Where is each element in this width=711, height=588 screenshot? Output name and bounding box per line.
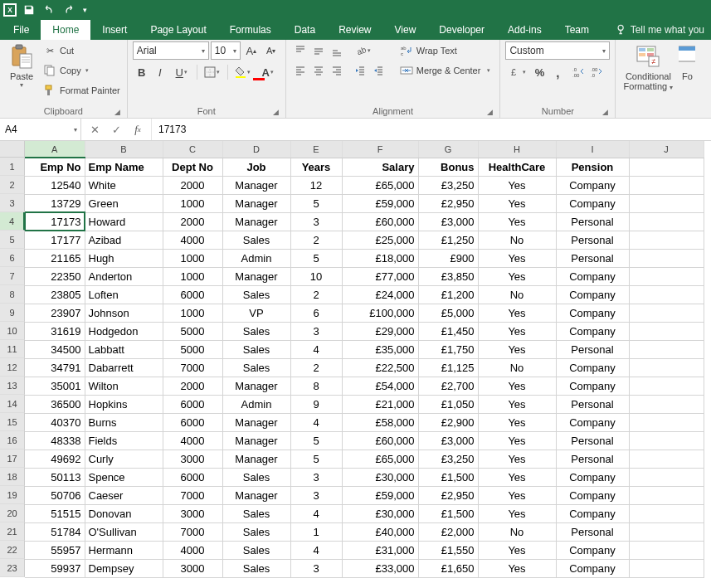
row-header[interactable]: 22 [0, 541, 25, 559]
cell[interactable]: 12 [290, 176, 342, 194]
cell[interactable]: Yes [478, 450, 556, 468]
cell[interactable]: 1 [290, 522, 342, 541]
cell[interactable] [629, 450, 704, 468]
cell[interactable]: 2000 [163, 377, 222, 395]
cell[interactable]: 4000 [163, 541, 222, 559]
cell[interactable]: Yes [478, 559, 556, 577]
cell[interactable]: Anderton [85, 267, 163, 285]
cell[interactable] [629, 176, 704, 194]
cell[interactable]: 3 [290, 468, 342, 486]
cell[interactable]: Company [556, 413, 629, 431]
cell[interactable]: £18,000 [342, 249, 418, 267]
cell[interactable]: 2000 [163, 212, 222, 231]
row-header[interactable]: 23 [0, 559, 25, 577]
cell[interactable]: 1000 [163, 304, 222, 322]
cell[interactable]: £3,850 [418, 267, 478, 285]
cell[interactable]: Company [556, 176, 629, 194]
cell[interactable] [629, 522, 704, 541]
cell[interactable]: No [478, 285, 556, 304]
formula-input[interactable]: 17173 [152, 119, 711, 140]
cell[interactable]: 6 [290, 304, 342, 322]
cell[interactable]: 2 [290, 358, 342, 377]
cell[interactable]: £5,000 [418, 304, 478, 322]
tab-data[interactable]: Data [283, 20, 327, 40]
cell[interactable]: 6000 [163, 395, 222, 413]
align-center-button[interactable] [309, 61, 328, 80]
cell[interactable]: Personal [556, 450, 629, 468]
row-header[interactable]: 11 [0, 340, 25, 358]
cell[interactable]: £1,500 [418, 468, 478, 486]
cell[interactable]: 49692 [25, 450, 85, 468]
cell[interactable]: 3 [290, 322, 342, 340]
cell[interactable]: 3 [290, 559, 342, 577]
column-header[interactable]: I [556, 141, 629, 158]
column-header[interactable]: F [342, 141, 418, 158]
column-header[interactable]: D [222, 141, 290, 158]
tab-page-layout[interactable]: Page Layout [139, 20, 217, 40]
cell[interactable]: 4 [290, 413, 342, 431]
cell[interactable]: 9 [290, 395, 342, 413]
cell[interactable]: Manager [222, 486, 290, 504]
name-box[interactable]: A4 ▾ [0, 119, 81, 140]
paste-button[interactable]: Paste ▾ [5, 41, 38, 90]
format-as-table-button[interactable]: Fo [679, 41, 695, 83]
align-left-button[interactable] [291, 61, 309, 80]
cell[interactable]: Hugh [85, 249, 163, 267]
cell[interactable]: Yes [478, 468, 556, 486]
cell[interactable]: Labbatt [85, 340, 163, 358]
cell[interactable]: £22,500 [342, 358, 418, 377]
row-header[interactable]: 21 [0, 522, 25, 541]
cell[interactable]: Yes [478, 176, 556, 194]
align-top-button[interactable] [291, 41, 309, 60]
redo-icon[interactable] [63, 4, 75, 16]
cell[interactable]: Pension [556, 158, 629, 176]
cell[interactable]: £59,000 [342, 194, 418, 212]
cell[interactable]: £1,450 [418, 322, 478, 340]
tab-view[interactable]: View [383, 20, 428, 40]
cell[interactable]: 8 [290, 377, 342, 395]
cell[interactable]: Manager [222, 377, 290, 395]
format-painter-button[interactable]: Format Painter [41, 81, 122, 100]
cell[interactable]: £2,000 [418, 522, 478, 541]
cell[interactable]: Caeser [85, 486, 163, 504]
tab-file[interactable]: File [2, 20, 41, 40]
cell[interactable]: 4000 [163, 231, 222, 249]
cell[interactable]: 50113 [25, 468, 85, 486]
cell[interactable]: £40,000 [342, 522, 418, 541]
cell[interactable]: £2,950 [418, 486, 478, 504]
column-header[interactable]: H [478, 141, 556, 158]
cell[interactable]: No [478, 231, 556, 249]
cell[interactable]: 2 [290, 231, 342, 249]
row-header[interactable]: 15 [0, 413, 25, 431]
cell[interactable] [629, 486, 704, 504]
cell[interactable]: 1000 [163, 249, 222, 267]
cell[interactable]: 3000 [163, 559, 222, 577]
cell[interactable]: 7000 [163, 358, 222, 377]
cell[interactable]: 10 [290, 267, 342, 285]
tab-addins[interactable]: Add-ins [496, 20, 553, 40]
cell[interactable]: Manager [222, 413, 290, 431]
cell[interactable]: Sales [222, 468, 290, 486]
insert-function-button[interactable]: fx [128, 120, 148, 138]
font-color-button[interactable]: A▾ [256, 63, 280, 81]
cell[interactable]: £35,000 [342, 340, 418, 358]
cell[interactable]: Yes [478, 413, 556, 431]
row-header[interactable]: 5 [0, 231, 25, 249]
row-header[interactable]: 4 [0, 212, 25, 231]
row-header[interactable]: 17 [0, 450, 25, 468]
cell[interactable] [629, 285, 704, 304]
cell[interactable] [629, 468, 704, 486]
cell[interactable]: Company [556, 486, 629, 504]
cell[interactable]: £900 [418, 249, 478, 267]
cell[interactable]: Yes [478, 304, 556, 322]
cell[interactable]: £30,000 [342, 468, 418, 486]
cell[interactable]: 34500 [25, 340, 85, 358]
cell[interactable]: Company [556, 304, 629, 322]
cell[interactable]: Years [290, 158, 342, 176]
cell[interactable]: 3000 [163, 504, 222, 522]
cell[interactable]: No [478, 358, 556, 377]
dialog-launcher-icon[interactable]: ◢ [602, 108, 608, 116]
cell[interactable]: Personal [556, 431, 629, 450]
tab-developer[interactable]: Developer [427, 20, 496, 40]
font-size-combo[interactable]: 10▾ [211, 41, 241, 60]
